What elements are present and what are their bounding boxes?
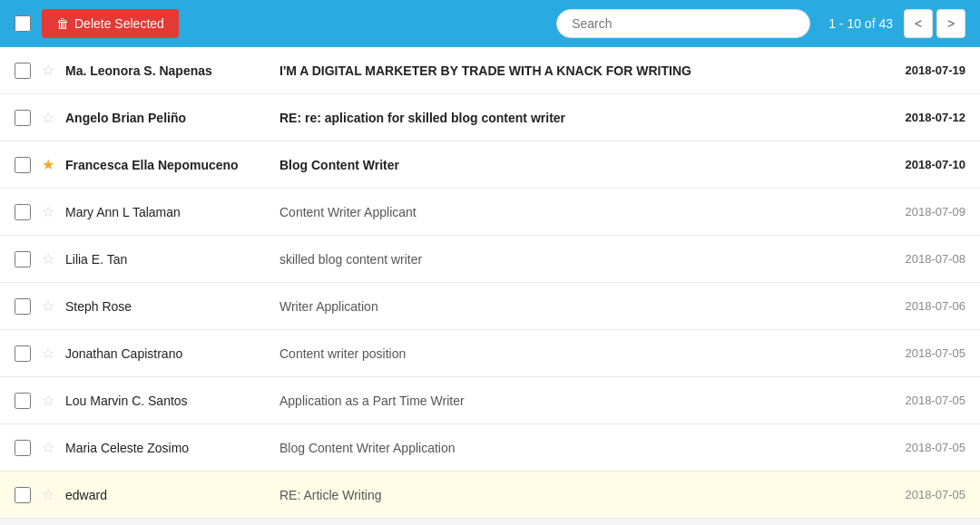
- star-button[interactable]: ☆: [40, 390, 56, 411]
- email-subject: skilled blog content writer: [265, 252, 875, 267]
- table-row[interactable]: ☆ Lilia E. Tan skilled blog content writ…: [0, 236, 980, 283]
- star-button[interactable]: ☆: [40, 60, 56, 81]
- row-checkbox[interactable]: [15, 440, 31, 456]
- email-subject: Content writer position: [265, 346, 875, 361]
- email-date: 2018-07-05: [875, 346, 965, 360]
- email-subject: RE: re: aplication for skilled blog cont…: [265, 111, 875, 125]
- email-subject: RE: Article Writing: [265, 488, 875, 502]
- search-input[interactable]: [556, 9, 810, 38]
- table-row[interactable]: ☆ edward RE: Article Writing 2018-07-05: [0, 472, 980, 519]
- star-button[interactable]: ☆: [40, 296, 56, 316]
- delete-label: Delete Selected: [74, 16, 164, 31]
- email-subject: Application as a Part Time Writer: [265, 394, 875, 408]
- email-date: 2018-07-09: [875, 205, 965, 219]
- email-subject: Writer Application: [265, 299, 875, 314]
- email-subject: I'M A DIGITAL MARKETER BY TRADE WITH A K…: [265, 63, 875, 78]
- star-button[interactable]: ☆: [40, 107, 56, 128]
- email-subject: Content Writer Applicant: [265, 205, 875, 219]
- sender-name: Ma. Leonora S. Napenas: [65, 63, 265, 78]
- email-date: 2018-07-05: [875, 394, 965, 407]
- select-all-checkbox[interactable]: [15, 15, 31, 32]
- sender-name: Steph Rose: [65, 299, 265, 314]
- row-checkbox[interactable]: [15, 251, 31, 267]
- row-checkbox[interactable]: [15, 110, 31, 126]
- row-checkbox[interactable]: [15, 298, 31, 315]
- prev-page-button[interactable]: <: [904, 9, 933, 38]
- delete-selected-button[interactable]: 🗑 Delete Selected: [42, 9, 179, 38]
- email-date: 2018-07-05: [875, 488, 965, 501]
- row-checkbox[interactable]: [15, 345, 31, 362]
- pagination-info: 1 - 10 of 43: [828, 16, 893, 31]
- star-button[interactable]: ☆: [40, 248, 56, 269]
- row-checkbox[interactable]: [15, 393, 31, 409]
- row-checkbox[interactable]: [15, 157, 31, 173]
- email-date: 2018-07-10: [875, 158, 965, 171]
- sender-name: Lou Marvin C. Santos: [65, 394, 265, 408]
- table-row[interactable]: ☆ Steph Rose Writer Application 2018-07-…: [0, 283, 980, 330]
- table-row[interactable]: ☆ Mary Ann L Talaman Content Writer Appl…: [0, 189, 980, 236]
- sender-name: Mary Ann L Talaman: [65, 205, 265, 219]
- email-list: ☆ Ma. Leonora S. Napenas I'M A DIGITAL M…: [0, 47, 980, 519]
- star-button[interactable]: ☆: [40, 343, 56, 364]
- email-date: 2018-07-12: [875, 111, 965, 124]
- email-date: 2018-07-05: [875, 441, 965, 454]
- email-date: 2018-07-19: [875, 63, 965, 77]
- star-button[interactable]: ☆: [40, 437, 56, 458]
- email-subject: Blog Content Writer: [265, 158, 875, 172]
- sender-name: Jonathan Capistrano: [65, 346, 265, 361]
- table-row[interactable]: ☆ Maria Celeste Zosimo Blog Content Writ…: [0, 424, 980, 472]
- email-date: 2018-07-08: [875, 252, 965, 266]
- row-checkbox[interactable]: [15, 63, 31, 79]
- star-button[interactable]: ★: [40, 154, 56, 175]
- next-page-button[interactable]: >: [936, 9, 965, 38]
- trash-icon: 🗑: [56, 16, 69, 31]
- email-date: 2018-07-06: [875, 299, 965, 313]
- star-button[interactable]: ☆: [40, 484, 56, 505]
- table-row[interactable]: ☆ Jonathan Capistrano Content writer pos…: [0, 330, 980, 377]
- row-checkbox[interactable]: [15, 487, 31, 503]
- toolbar: 🗑 Delete Selected 1 - 10 of 43 < >: [0, 0, 980, 47]
- table-row[interactable]: ☆ Ma. Leonora S. Napenas I'M A DIGITAL M…: [0, 47, 980, 94]
- sender-name: Lilia E. Tan: [65, 252, 265, 267]
- pagination-controls: < >: [904, 9, 965, 38]
- sender-name: edward: [65, 488, 265, 502]
- sender-name: Maria Celeste Zosimo: [65, 441, 265, 455]
- sender-name: Francesca Ella Nepomuceno: [65, 158, 265, 172]
- email-subject: Blog Content Writer Application: [265, 441, 875, 455]
- row-checkbox[interactable]: [15, 204, 31, 220]
- star-button[interactable]: ☆: [40, 201, 56, 222]
- table-row[interactable]: ☆ Lou Marvin C. Santos Application as a …: [0, 377, 980, 424]
- table-row[interactable]: ★ Francesca Ella Nepomuceno Blog Content…: [0, 141, 980, 189]
- sender-name: Angelo Brian Peliño: [65, 111, 265, 125]
- table-row[interactable]: ☆ Angelo Brian Peliño RE: re: aplication…: [0, 94, 980, 141]
